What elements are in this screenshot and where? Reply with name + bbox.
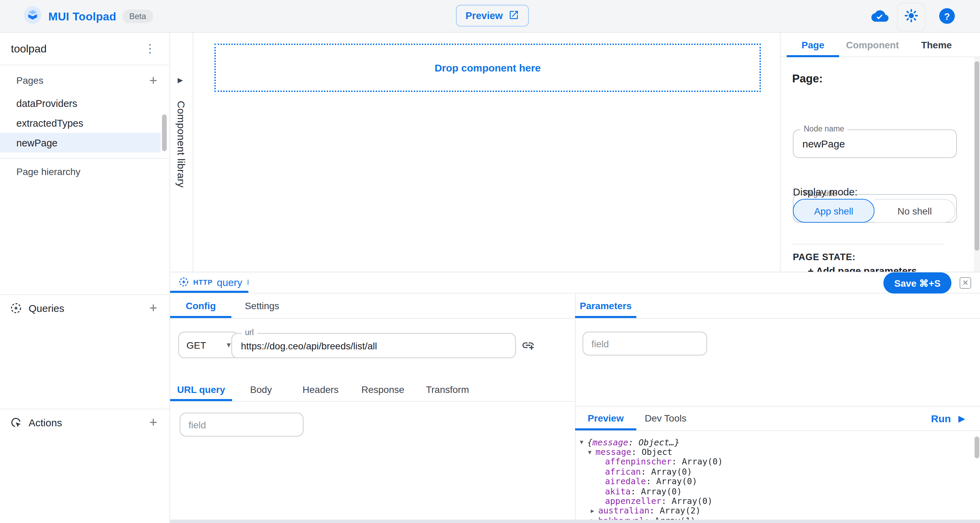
display-mode-app-shell[interactable]: App shell <box>793 199 875 223</box>
close-panel-icon[interactable]: ✕ <box>959 277 971 289</box>
json-tree-row[interactable]: african: Array(0) <box>580 467 961 476</box>
inspector-panel: Page Component Theme Page: Node name Pag… <box>780 33 980 272</box>
play-icon: ▶ <box>958 413 965 423</box>
page-state-label: PAGE STATE: <box>793 252 856 262</box>
sidebar-item-dataproviders[interactable]: dataProviders <box>0 93 161 113</box>
add-page-button[interactable]: + <box>150 73 157 87</box>
add-action-button[interactable]: + <box>150 415 157 429</box>
run-button[interactable]: Run ▶ <box>931 406 965 431</box>
project-menu-icon[interactable]: ⋮ <box>144 43 156 54</box>
tab-url-query[interactable]: URL query <box>170 384 232 395</box>
unsaved-dot-indicator <box>248 279 248 285</box>
json-value: : Array(0) <box>630 486 682 496</box>
add-page-parameters-button[interactable]: + Add page parameters <box>808 266 917 272</box>
tab-body[interactable]: Body <box>232 384 290 395</box>
preview-button[interactable]: Preview <box>456 5 529 27</box>
add-query-button[interactable]: + <box>150 301 157 315</box>
tab-parameters[interactable]: Parameters <box>575 293 636 318</box>
display-mode-no-shell[interactable]: No shell <box>875 199 956 223</box>
close-glyph: ✕ <box>962 279 969 287</box>
tab-transform[interactable]: Transform <box>414 384 480 395</box>
url-field[interactable]: url <box>231 333 516 358</box>
json-key: message <box>595 447 631 457</box>
query-tab[interactable]: HTTP query <box>170 273 248 292</box>
preview-button-label: Preview <box>466 10 503 21</box>
tab-preview[interactable]: Preview <box>575 413 636 424</box>
url-query-field-input[interactable] <box>180 413 304 437</box>
external-link-icon <box>508 9 519 22</box>
drop-hint-text: Drop component here <box>434 62 541 73</box>
json-tree-row[interactable]: ▼message: Object <box>580 447 961 457</box>
inspector-scrollbar-thumb[interactable] <box>975 61 979 250</box>
expander-icon[interactable]: ▶ <box>591 507 598 514</box>
panel-resize-strip[interactable] <box>170 520 980 523</box>
json-tree-row[interactable]: appenzeller: Array(0) <box>580 496 961 506</box>
tab-response-label: Response <box>361 384 404 395</box>
page-canvas: Drop component here <box>193 33 780 272</box>
tab-body-label: Body <box>250 384 272 395</box>
tab-page[interactable]: Page <box>787 33 839 56</box>
tab-component[interactable]: Component <box>839 33 906 56</box>
json-tree-row[interactable]: ▶australian: Array(2) <box>580 505 961 515</box>
method-value: GET <box>186 340 206 350</box>
mui-toolpad-window: MUI Toolpad Beta Preview ? toolpad ⋮ Pag… <box>0 0 980 523</box>
node-name-input[interactable] <box>802 138 940 150</box>
json-tree-row[interactable]: airedale: Array(0) <box>580 476 961 486</box>
app-shell-label: App shell <box>814 205 853 216</box>
tab-dev-tools-label: Dev Tools <box>645 413 686 424</box>
json-value: : Array(0) <box>662 496 713 506</box>
cloud-sync-icon[interactable] <box>871 9 889 26</box>
node-name-field[interactable]: Node name <box>793 129 957 158</box>
parameters-field-input[interactable] <box>582 332 707 356</box>
json-key: airedale <box>605 476 646 486</box>
method-select[interactable]: GET ▼ <box>178 332 239 358</box>
json-tree-row[interactable]: affenpinscher: Array(0) <box>580 457 961 467</box>
page-item-label: newPage <box>16 137 57 148</box>
json-preview-tree: ▼{message: Object…} ▼message: Object aff… <box>580 437 961 523</box>
add-binding-icon[interactable] <box>521 338 535 352</box>
node-name-label: Node name <box>800 124 848 133</box>
save-button[interactable]: Save ⌘+S <box>883 273 951 293</box>
drop-target[interactable]: Drop component here <box>215 43 761 92</box>
page-hierarchy-label: Page hierarchy <box>16 166 80 177</box>
component-library-label: Component library <box>176 101 187 188</box>
tab-theme[interactable]: Theme <box>906 33 967 56</box>
json-tree-row[interactable]: akita: Array(0) <box>580 486 961 496</box>
pages-list-scrollbar[interactable] <box>162 115 167 151</box>
json-key: australian <box>598 505 649 516</box>
json-key: affenpinscher <box>605 457 672 467</box>
tab-response[interactable]: Response <box>351 384 414 395</box>
tab-settings-label: Settings <box>245 300 279 311</box>
expander-icon[interactable]: ▼ <box>588 448 595 455</box>
app-title: MUI Toolpad <box>48 10 116 23</box>
json-tree-row[interactable]: ▼{message: Object…} <box>580 437 961 447</box>
query-editor-panel: HTTP query Save ⌘+S ✕ Config Settings GE… <box>170 272 980 523</box>
sidebar-item-extractedtypes[interactable]: extractedTypes <box>0 113 161 133</box>
theme-toggle-button[interactable] <box>897 3 926 31</box>
queries-section-label: Queries <box>29 302 64 314</box>
tab-url-query-label: URL query <box>177 384 225 395</box>
tab-page-label: Page <box>802 39 824 50</box>
sun-icon <box>904 8 919 26</box>
json-key: african <box>605 467 641 477</box>
tab-theme-label: Theme <box>921 39 952 50</box>
json-value: : Array(2) <box>649 505 701 516</box>
tab-headers[interactable]: Headers <box>290 384 351 395</box>
tab-dev-tools[interactable]: Dev Tools <box>636 413 695 424</box>
tab-config[interactable]: Config <box>170 293 231 318</box>
tab-headers-label: Headers <box>302 384 339 395</box>
sidebar-item-newpage[interactable]: newPage <box>0 133 161 153</box>
component-library-panel[interactable]: ▶ Component library <box>170 33 193 272</box>
json-value: : Object <box>631 447 672 457</box>
queries-icon <box>10 301 22 314</box>
help-icon[interactable]: ? <box>939 8 955 24</box>
display-mode-label: Display mode: <box>793 186 858 198</box>
tab-settings[interactable]: Settings <box>231 293 293 318</box>
query-name-label: query <box>217 276 242 288</box>
url-input[interactable] <box>241 340 501 351</box>
expander-icon[interactable]: ▼ <box>580 438 587 445</box>
expand-panel-arrow-icon: ▶ <box>178 76 183 84</box>
json-scrollbar-thumb[interactable] <box>975 437 979 458</box>
tab-transform-label: Transform <box>426 384 469 395</box>
url-label: url <box>242 328 257 336</box>
